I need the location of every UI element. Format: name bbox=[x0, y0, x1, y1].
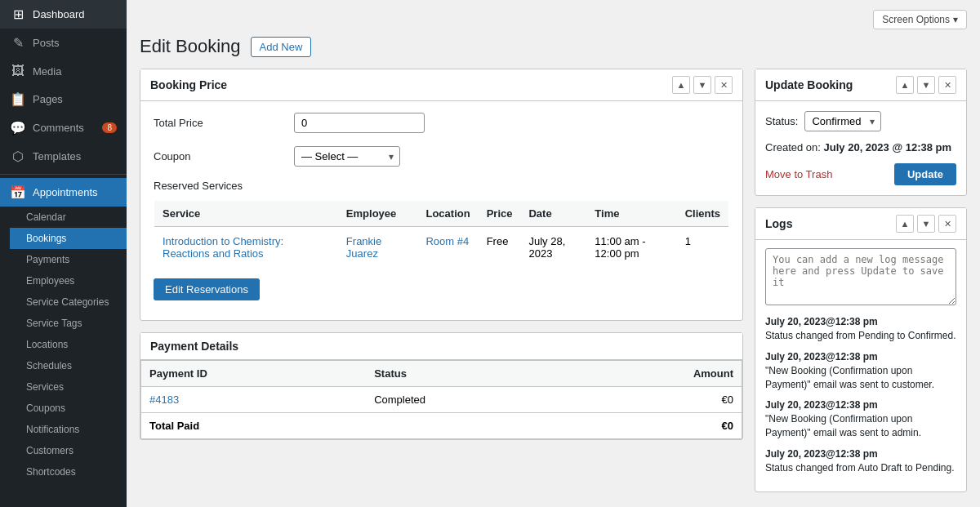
panel-up-button[interactable]: ▲ bbox=[672, 76, 690, 94]
created-on-text: Created on: July 20, 2023 @ 12:38 pm bbox=[765, 141, 956, 153]
payment-details-title: Payment Details bbox=[150, 340, 733, 353]
logs-panel-down-button[interactable]: ▼ bbox=[917, 215, 935, 233]
update-button[interactable]: Update bbox=[894, 163, 956, 185]
sidebar-label-services: Services bbox=[26, 381, 64, 393]
sidebar-item-posts[interactable]: ✎ Posts bbox=[0, 29, 127, 57]
sidebar-label-coupons: Coupons bbox=[26, 402, 65, 414]
sidebar-item-appointments[interactable]: 📅 Appointments bbox=[0, 178, 127, 207]
payment-status-cell: Completed bbox=[366, 387, 570, 413]
booking-price-panel: Booking Price ▲ ▼ ✕ Total Price Coupon bbox=[140, 69, 743, 321]
log-entry: July 20, 2023@12:38 pm "New Booking (Con… bbox=[765, 399, 956, 440]
payment-id-link[interactable]: #4183 bbox=[149, 394, 179, 406]
sidebar-item-payments[interactable]: Payments bbox=[10, 249, 127, 270]
appointments-icon: 📅 bbox=[10, 185, 26, 200]
screen-options-label: Screen Options bbox=[882, 14, 950, 25]
action-row: Move to Trash Update bbox=[765, 163, 956, 185]
sidebar-label-dashboard: Dashboard bbox=[33, 8, 85, 20]
sidebar-item-coupons[interactable]: Coupons bbox=[10, 398, 127, 419]
screen-options-button[interactable]: Screen Options ▾ bbox=[873, 10, 967, 29]
sidebar-item-customers[interactable]: Customers bbox=[10, 440, 127, 461]
templates-icon: ⬡ bbox=[10, 149, 26, 164]
edit-reservations-button[interactable]: Edit Reservations bbox=[154, 278, 260, 300]
media-icon: 🖼 bbox=[10, 64, 26, 78]
service-link[interactable]: Introduction to Chemistry: Reactions and… bbox=[163, 235, 283, 260]
sidebar-label-pages: Pages bbox=[33, 93, 63, 105]
dashboard-icon: ⊞ bbox=[10, 7, 26, 22]
col-header-price: Price bbox=[479, 201, 521, 227]
sidebar-item-locations[interactable]: Locations bbox=[10, 334, 127, 355]
sidebar-label-customers: Customers bbox=[26, 445, 74, 456]
sidebar-item-media[interactable]: 🖼 Media bbox=[0, 57, 127, 85]
coupon-label: Coupon bbox=[154, 150, 284, 162]
total-price-label: Total Price bbox=[154, 117, 284, 129]
log-time: July 20, 2023@12:38 pm bbox=[765, 316, 956, 327]
posts-icon: ✎ bbox=[10, 35, 26, 51]
sidebar-label-locations: Locations bbox=[26, 339, 68, 350]
sidebar-item-service-tags[interactable]: Service Tags bbox=[10, 313, 127, 334]
coupon-select-wrapper: — Select — bbox=[294, 146, 400, 167]
update-panel-up-button[interactable]: ▲ bbox=[896, 76, 914, 94]
location-link[interactable]: Room #4 bbox=[425, 235, 469, 247]
sidebar-item-service-categories[interactable]: Service Categories bbox=[10, 291, 127, 313]
logs-panel-close-button[interactable]: ✕ bbox=[938, 215, 956, 233]
sidebar-label-appointments: Appointments bbox=[33, 186, 98, 198]
update-panel-body: Status: Pending Confirmed Cancelled Reje… bbox=[755, 101, 966, 195]
col-header-clients: Clients bbox=[677, 201, 729, 227]
reserved-services-label: Reserved Services bbox=[154, 180, 729, 192]
log-message: "New Booking (Confirmation upon Payment)… bbox=[765, 364, 956, 392]
col-header-time: Time bbox=[586, 201, 676, 227]
total-price-row: Total Price bbox=[154, 113, 729, 133]
sidebar-item-templates[interactable]: ⬡ Templates bbox=[0, 142, 127, 171]
update-booking-title: Update Booking bbox=[765, 78, 896, 91]
sidebar-item-employees[interactable]: Employees bbox=[10, 270, 127, 291]
reserved-services-section: Reserved Services Service Employee Locat… bbox=[154, 180, 729, 300]
sidebar-label-schedules: Schedules bbox=[26, 360, 72, 371]
update-booking-panel: Update Booking ▲ ▼ ✕ Status: Pending Con… bbox=[755, 69, 967, 196]
sidebar-label-calendar: Calendar bbox=[26, 211, 66, 223]
log-entry: July 20, 2023@12:38 pm Status changed fr… bbox=[765, 316, 956, 343]
chevron-down-icon: ▾ bbox=[953, 14, 958, 25]
update-panel-close-button[interactable]: ✕ bbox=[938, 76, 956, 94]
total-paid-row: Total Paid €0 bbox=[141, 413, 742, 439]
update-panel-down-button[interactable]: ▼ bbox=[917, 76, 935, 94]
status-select-wrapper: Pending Confirmed Cancelled Rejected bbox=[804, 111, 881, 131]
status-label: Status: bbox=[765, 115, 798, 127]
employee-link[interactable]: Frankie Juarez bbox=[346, 235, 381, 260]
coupon-row: Coupon — Select — bbox=[154, 146, 729, 167]
logs-panel-up-button[interactable]: ▲ bbox=[896, 215, 914, 233]
sidebar-item-comments[interactable]: 💬 Comments 8 bbox=[0, 113, 127, 142]
sidebar: ⊞ Dashboard ✎ Posts 🖼 Media 📋 Pages 💬 Co… bbox=[0, 0, 127, 507]
main-content: Screen Options ▾ Edit Booking Add New Bo… bbox=[127, 0, 980, 507]
sidebar-item-shortcodes[interactable]: Shortcodes bbox=[10, 461, 127, 483]
status-select[interactable]: Pending Confirmed Cancelled Rejected bbox=[804, 111, 881, 131]
payment-col-status: Status bbox=[366, 361, 570, 387]
sidebar-item-pages[interactable]: 📋 Pages bbox=[0, 85, 127, 113]
coupon-select[interactable]: — Select — bbox=[294, 146, 400, 167]
col-header-date: Date bbox=[520, 201, 586, 227]
log-message: Status changed from Pending to Confirmed… bbox=[765, 329, 956, 343]
payment-details-header: Payment Details bbox=[140, 333, 742, 360]
panel-down-button[interactable]: ▼ bbox=[693, 76, 711, 94]
pages-icon: 📋 bbox=[10, 91, 26, 107]
logs-header: Logs ▲ ▼ ✕ bbox=[755, 208, 966, 240]
sidebar-label-bookings: Bookings bbox=[26, 233, 66, 244]
total-price-input[interactable] bbox=[294, 113, 425, 133]
sidebar-item-calendar[interactable]: Calendar bbox=[10, 207, 127, 228]
update-booking-header: Update Booking ▲ ▼ ✕ bbox=[755, 69, 966, 101]
add-new-button[interactable]: Add New bbox=[251, 37, 312, 57]
move-to-trash-link[interactable]: Move to Trash bbox=[765, 168, 832, 180]
logs-panel: Logs ▲ ▼ ✕ July 20, 2023@12:38 pm Status… bbox=[755, 207, 967, 492]
sidebar-label-media: Media bbox=[33, 65, 61, 78]
sidebar-item-bookings[interactable]: Bookings bbox=[10, 228, 127, 249]
sidebar-label-employees: Employees bbox=[26, 275, 74, 287]
sidebar-item-schedules[interactable]: Schedules bbox=[10, 355, 127, 376]
log-time: July 20, 2023@12:38 pm bbox=[765, 399, 956, 411]
panel-close-button[interactable]: ✕ bbox=[715, 76, 733, 94]
sidebar-item-services[interactable]: Services bbox=[10, 376, 127, 398]
sidebar-item-dashboard[interactable]: ⊞ Dashboard bbox=[0, 0, 127, 29]
sidebar-item-notifications[interactable]: Notifications bbox=[10, 419, 127, 440]
logs-textarea[interactable] bbox=[765, 248, 956, 305]
sidebar-label-service-tags: Service Tags bbox=[26, 318, 82, 329]
log-time: July 20, 2023@12:38 pm bbox=[765, 351, 956, 362]
sidebar-label-shortcodes: Shortcodes bbox=[26, 466, 76, 478]
